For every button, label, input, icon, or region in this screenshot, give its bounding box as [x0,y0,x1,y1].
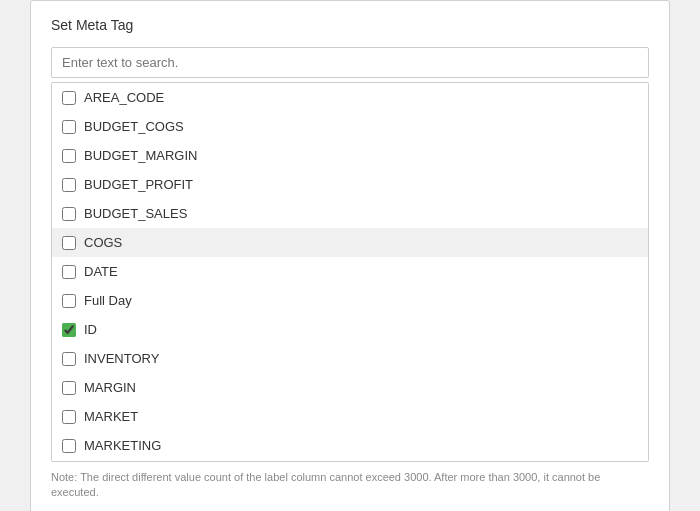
list-item-checkbox[interactable] [62,381,76,395]
list-item-checkbox[interactable] [62,91,76,105]
list-item-label: COGS [84,235,122,250]
list-item[interactable]: ID [52,315,648,344]
list-item[interactable]: BUDGET_PROFIT [52,170,648,199]
list-item-label: MARKET [84,409,138,424]
list-item[interactable]: AREA_CODE [52,83,648,112]
list-item-label: BUDGET_COGS [84,119,184,134]
list-item-label: DATE [84,264,118,279]
search-input[interactable] [51,47,649,78]
list-item-label: BUDGET_MARGIN [84,148,197,163]
set-meta-tag-panel: Set Meta Tag AREA_CODEBUDGET_COGSBUDGET_… [30,0,670,511]
list-item[interactable]: MARKET_SIZE [52,460,648,462]
panel-title: Set Meta Tag [51,17,649,33]
list-item-label: INVENTORY [84,351,159,366]
list-item-checkbox[interactable] [62,294,76,308]
list-item-checkbox[interactable] [62,410,76,424]
list-item-label: AREA_CODE [84,90,164,105]
list-item-label: Full Day [84,293,132,308]
list-item-label: MARKETING [84,438,161,453]
list-item-label: ID [84,322,97,337]
list-item-checkbox[interactable] [62,352,76,366]
list-item-label: MARGIN [84,380,136,395]
list-item[interactable]: DATE [52,257,648,286]
list-item[interactable]: MARKET [52,402,648,431]
list-item-label: BUDGET_SALES [84,206,187,221]
list-item-checkbox[interactable] [62,439,76,453]
list-item[interactable]: COGS [52,228,648,257]
list-item-label: BUDGET_PROFIT [84,177,193,192]
list-item[interactable]: Full Day [52,286,648,315]
list-item-checkbox[interactable] [62,149,76,163]
list-item-checkbox[interactable] [62,120,76,134]
list-item[interactable]: INVENTORY [52,344,648,373]
items-list: AREA_CODEBUDGET_COGSBUDGET_MARGINBUDGET_… [51,82,649,462]
list-item-checkbox[interactable] [62,236,76,250]
list-item[interactable]: MARKETING [52,431,648,460]
list-item[interactable]: BUDGET_MARGIN [52,141,648,170]
list-item-checkbox[interactable] [62,178,76,192]
note-text: Note: The direct different value count o… [51,470,649,501]
list-item-checkbox[interactable] [62,207,76,221]
list-item-checkbox[interactable] [62,265,76,279]
list-item[interactable]: BUDGET_COGS [52,112,648,141]
list-item[interactable]: BUDGET_SALES [52,199,648,228]
list-item[interactable]: MARGIN [52,373,648,402]
list-item-checkbox[interactable] [62,323,76,337]
